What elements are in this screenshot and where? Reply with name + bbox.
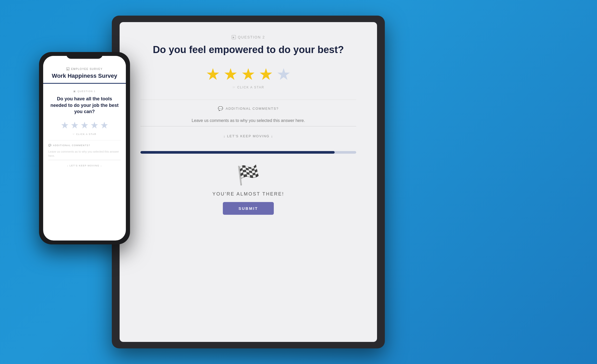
tablet-star-rating[interactable]: ★ ★ ★ ★ ★ [140,66,356,82]
phone-divider-1 [48,140,121,140]
tablet-comment-input[interactable] [140,116,356,126]
comment-icon: 💬 [218,106,224,111]
cursor-icon: ☞ [232,86,236,89]
phone-question-label: ▣ QUESTION 1 [48,90,121,93]
phone-survey-label: ▣ EMPLOYEE SURVEY [48,67,121,70]
phone-screen: ▣ EMPLOYEE SURVEY Work Happiness Survey … [43,56,126,240]
tablet-screen: ▣ QUESTION 2 Do you feel empowered to do… [120,22,377,342]
tablet-keep-moving[interactable]: ↓ LET'S KEEP MOVING ↓ [140,134,356,138]
star-1[interactable]: ★ [206,66,220,82]
phone-star-rating[interactable]: ★ ★ ★ ★ ★ [48,120,121,131]
phone-star-2[interactable]: ★ [70,120,79,131]
phone-header: ▣ EMPLOYEE SURVEY Work Happiness Survey [43,56,126,84]
star-5[interactable]: ★ [276,66,291,82]
finish-flag-icon: 🏁 [237,164,260,186]
tablet-click-star-label: ☞ CLICK A STAR [140,86,356,89]
tablet-device: ▣ QUESTION 2 Do you feel empowered to do… [112,16,385,348]
phone-device: ▣ EMPLOYEE SURVEY Work Happiness Survey … [39,52,130,244]
phone-q-icon: ▣ [73,90,76,93]
phone-keep-moving[interactable]: ↓ LET'S KEEP MOVING ↓ [48,164,121,167]
phone-comment-line [48,160,121,160]
tablet-question-title: Do you feel empowered to do your best? [140,44,356,56]
tablet-submit-button[interactable]: SUBMIT [223,202,274,215]
phone-click-star-label: ☞ CLICK A STAR [48,133,121,135]
phone-body: ▣ QUESTION 1 Do you have all the tools n… [43,84,126,240]
phone-star-5[interactable]: ★ [100,120,108,131]
phone-star-3[interactable]: ★ [80,120,89,131]
star-3[interactable]: ★ [241,66,256,82]
tablet-question-label: ▣ QUESTION 2 [140,35,356,39]
question-icon: ▣ [232,35,236,39]
phone-star-1[interactable]: ★ [61,120,69,131]
phone-title: Work Happiness Survey [48,73,121,79]
tablet-comments-label: 💬 ADDITIONAL COMMENTS? [140,106,356,111]
star-4[interactable]: ★ [259,66,273,82]
star-2[interactable]: ★ [223,66,238,82]
phone-question-title: Do you have all the tools needed to do y… [48,96,121,115]
phone-comments-label: 💬 ADDITIONAL COMMENTS? [48,144,121,147]
divider-1 [140,100,356,100]
phone-cursor-icon: ☞ [73,133,75,135]
tablet-almost-there: YOU'RE ALMOST THERE! [212,191,284,197]
phone-comment-icon: 💬 [48,144,52,147]
phone-star-4[interactable]: ★ [90,120,99,131]
phone-question-icon: ▣ [66,67,69,70]
phone-comment-placeholder: Leave us comments as to why you selected… [48,150,121,158]
tablet-progress-bar [140,151,356,154]
tablet-finish-section: 🏁 YOU'RE ALMOST THERE! SUBMIT [140,164,356,215]
tablet-progress-fill [140,151,335,154]
